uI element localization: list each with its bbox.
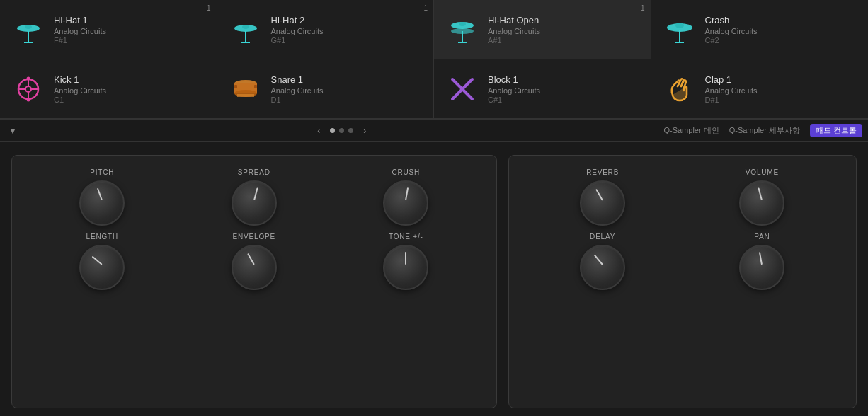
page-dot-2[interactable] [339,128,344,133]
volume-indicator [758,187,763,200]
spread-knob[interactable] [232,180,277,226]
length-label: LENGTH [86,233,118,241]
kick1-icon [10,71,47,108]
envelope-knob[interactable] [232,245,277,290]
right-knob-panel: REVERB VOLUME DELAY PAN [508,155,857,408]
pad-badge-hihat2: 1 [423,4,428,12]
block1-icon [444,71,481,108]
svg-rect-31 [254,85,257,88]
pad-info-snare1: Snare 1 Analog Circuits D1 [271,74,324,104]
knob-group-spread: SPREAD [178,168,331,226]
pad-clap1[interactable]: Clap 1 Analog Circuits D#1 [651,59,869,119]
pad-brand-clap1: Analog Circuits [705,86,758,95]
pitch-knob[interactable] [79,180,125,226]
pad-badge-hihat1: 1 [207,4,211,12]
nav-prev-button[interactable]: ‹ [312,124,326,138]
pad-hihat1[interactable]: 1 Hi-Hat 1 Analog Circuits F#1 [0,0,217,59]
pad-name-block1: Block 1 [488,74,540,85]
pad-info-hihat2: Hi-Hat 2 Analog Circuits G#1 [271,15,324,45]
hihat2-icon [227,11,264,48]
svg-point-3 [25,25,32,29]
pad-crash[interactable]: Crash Analog Circuits C#2 [651,0,869,59]
pad-badge-hihatopen: 1 [641,4,645,12]
page-dot-1[interactable] [330,128,335,133]
svg-point-24 [27,98,30,101]
knob-group-crush: CRUSH [330,168,482,226]
pad-grid: 1 Hi-Hat 1 Analog Circuits F#1 1 [0,0,868,120]
knob-group-delay: DELAY [523,233,683,290]
pad-brand-kick1: Analog Circuits [54,86,106,95]
pad-note-hihatopen: A#1 [488,36,540,45]
pad-hihat2[interactable]: 1 Hi-Hat 2 Analog Circuits G#1 [217,0,435,59]
pan-indicator [759,252,763,265]
pad-note-block1: C#1 [488,96,540,104]
crush-indicator [405,187,409,200]
knob-group-pan: PAN [683,233,842,290]
reverb-knob[interactable] [580,180,625,226]
pad-kick1[interactable]: Kick 1 Analog Circuits C1 [0,59,217,119]
svg-point-16 [675,23,684,28]
pad-name-hihat1: Hi-Hat 1 [54,15,106,25]
spread-label: SPREAD [238,168,270,176]
pad-name-hihatopen: Hi-Hat Open [488,15,540,25]
clap1-icon [661,71,698,108]
right-knob-row-top: REVERB VOLUME [523,168,842,226]
knob-group-length: LENGTH [26,233,178,290]
page-dot-3[interactable] [348,128,353,133]
volume-knob[interactable] [739,180,784,226]
knob-group-volume: VOLUME [683,168,842,226]
pad-info-hihatopen: Hi-Hat Open Analog Circuits A#1 [488,15,540,45]
volume-label: VOLUME [746,168,779,176]
tab-detail[interactable]: Q-Sampler 세부사항 [729,125,800,136]
nav-next-button[interactable]: › [358,124,372,138]
pad-note-snare1: D1 [271,96,324,104]
pan-knob[interactable] [739,245,784,290]
toolbar-center: ‹ › [20,124,663,138]
collapse-button[interactable]: ▼ [6,124,20,138]
tone-label: TONE +/- [389,233,423,241]
toolbar-right: Q-Sampler 메인 Q-Sampler 세부사항 패드 컨트롤 [663,124,862,137]
pad-note-crash: C#2 [705,36,758,45]
tab-pad[interactable]: 패드 컨트롤 [810,124,862,137]
pitch-label: PITCH [90,168,114,176]
tone-indicator [405,252,406,265]
pad-note-hihat1: F#1 [54,36,106,45]
pad-info-block1: Block 1 Analog Circuits C#1 [488,74,540,104]
pad-info-kick1: Kick 1 Analog Circuits C1 [54,74,106,104]
knob-group-pitch: PITCH [26,168,178,226]
delay-knob[interactable] [580,245,625,290]
pad-brand-hihat2: Analog Circuits [271,27,324,35]
knob-group-reverb: REVERB [523,168,683,226]
pad-snare1[interactable]: Snare 1 Analog Circuits D1 [217,59,435,119]
left-knob-panel: PITCH SPREAD CRUSH LENGTH [11,155,497,408]
crush-label: CRUSH [392,168,421,176]
pad-name-hihat2: Hi-Hat 2 [271,15,324,25]
pad-brand-crash: Analog Circuits [705,27,758,35]
tab-main[interactable]: Q-Sampler 메인 [663,125,719,136]
length-knob[interactable] [79,245,125,290]
toolbar-left: ▼ [6,124,20,138]
pad-block1[interactable]: Block 1 Analog Circuits C#1 [434,59,651,119]
pad-info-hihat1: Hi-Hat 1 Analog Circuits F#1 [54,15,106,45]
envelope-indicator [247,253,255,265]
envelope-label: ENVELOPE [233,233,275,241]
pad-hihatopen[interactable]: 1 Hi-Hat Open Analog Circuits A#1 [434,0,651,59]
svg-point-7 [242,25,249,29]
hihat1-icon [10,11,47,48]
crush-knob[interactable] [383,180,428,226]
spread-indicator [253,187,258,200]
knob-row-bottom: LENGTH ENVELOPE TONE +/- [26,233,482,290]
tone-knob[interactable] [383,245,428,290]
svg-point-11 [459,22,466,26]
reverb-label: REVERB [586,168,619,176]
svg-point-18 [25,86,31,92]
hihatopen-icon [444,11,481,48]
bottom-area: PITCH SPREAD CRUSH LENGTH [0,142,868,416]
pad-brand-hihatopen: Analog Circuits [488,27,540,35]
pad-note-clap1: D#1 [705,96,758,104]
svg-rect-30 [234,85,237,88]
pad-name-kick1: Kick 1 [54,74,106,85]
svg-point-12 [451,28,474,34]
right-knob-row-bottom: DELAY PAN [523,233,842,290]
pitch-indicator [97,188,103,201]
